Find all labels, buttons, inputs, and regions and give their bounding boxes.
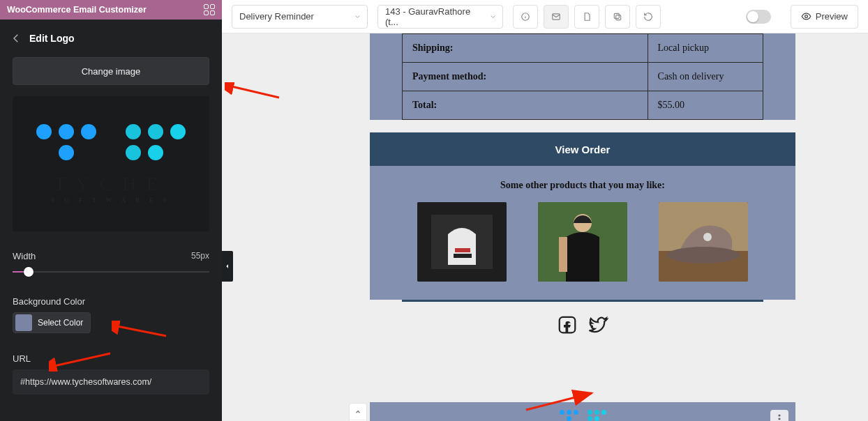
annotation-arrow — [225, 82, 280, 103]
bgcolor-label: Background Color — [13, 296, 85, 307]
view-order-button[interactable]: View Order — [370, 132, 795, 166]
logo-text: TYCHE — [36, 173, 186, 195]
recommended-products — [402, 202, 763, 300]
logo-preview: TYCHE S O F T W A R E S — [13, 96, 209, 231]
preview-label: Preview — [816, 11, 848, 22]
width-slider[interactable] — [13, 267, 209, 277]
sidebar-header: WooCommerce Email Customizer — [0, 0, 222, 20]
info-button[interactable] — [513, 5, 538, 29]
select-color-button[interactable]: Select Color — [13, 312, 91, 333]
sidebar: WooCommerce Email Customizer Edit Logo C… — [0, 0, 222, 421]
table-row: Shipping:Local pickup — [403, 34, 763, 63]
breadcrumb[interactable]: Edit Logo — [0, 20, 222, 57]
chevron-left-icon — [225, 263, 230, 270]
svg-point-16 — [703, 233, 712, 241]
summary-label: Shipping: — [403, 34, 648, 63]
product-thumb[interactable] — [659, 202, 748, 282]
summary-value: Local pickup — [648, 34, 763, 63]
social-row — [370, 302, 795, 349]
svg-rect-7 — [455, 248, 470, 252]
app-title: WooCommerce Email Customizer — [7, 5, 147, 15]
canvas: Shipping:Local pickup Payment method:Cas… — [222, 33, 868, 421]
block-more-button[interactable] — [770, 410, 788, 421]
row-move-up-button[interactable] — [350, 404, 366, 420]
document-view-button[interactable] — [574, 5, 599, 29]
svg-point-18 — [778, 414, 780, 416]
facebook-icon[interactable] — [557, 314, 578, 335]
table-row: Payment method:Cash on delivery — [403, 63, 763, 91]
summary-label: Payment method: — [403, 63, 648, 91]
template-select[interactable]: Delivery Reminder — [232, 5, 368, 29]
summary-label: Total: — [403, 91, 648, 120]
panel-body: Change image TYCHE S O F T W A R E S Wid… — [0, 57, 222, 407]
svg-rect-3 — [614, 13, 619, 18]
sidebar-collapse-handle[interactable] — [222, 251, 233, 282]
eye-icon — [801, 11, 811, 22]
crumb-title: Edit Logo — [29, 33, 75, 44]
email-footer[interactable]: TYCHE — [370, 402, 795, 421]
recommendations-title: Some other products that you may like: — [402, 166, 763, 202]
color-swatch — [15, 314, 32, 331]
more-vertical-icon — [778, 414, 781, 421]
select-color-label: Select Color — [38, 318, 83, 328]
order-select[interactable]: 143 - GauravRathore (t... — [377, 5, 503, 29]
product-thumb[interactable] — [538, 202, 627, 282]
footer-logo: TYCHE — [560, 410, 606, 422]
width-value: 55px — [191, 251, 209, 261]
svg-rect-2 — [616, 15, 621, 20]
width-field: Width 55px — [13, 251, 209, 277]
twitter-icon[interactable] — [588, 314, 608, 335]
table-row: Total:$55.00 — [403, 91, 763, 120]
order-select-value: 143 - GauravRathore (t... — [385, 6, 483, 27]
email-view-button[interactable] — [544, 5, 569, 29]
chevron-down-icon — [354, 13, 361, 20]
preview-button[interactable]: Preview — [791, 5, 858, 29]
svg-point-19 — [778, 418, 780, 420]
logo-subtext: S O F T W A R E S — [36, 197, 186, 204]
width-label: Width — [13, 251, 36, 261]
svg-rect-12 — [559, 237, 567, 272]
copy-button[interactable] — [605, 5, 630, 29]
svg-point-15 — [667, 247, 740, 263]
topbar: Delivery Reminder 143 - GauravRathore (t… — [222, 0, 868, 33]
svg-rect-8 — [454, 254, 472, 258]
url-input[interactable] — [13, 369, 209, 395]
summary-table: Shipping:Local pickup Payment method:Cas… — [402, 33, 763, 120]
url-label: URL — [13, 353, 31, 364]
row-controls — [349, 403, 367, 421]
url-field: URL — [13, 353, 209, 395]
dark-mode-toggle[interactable] — [746, 10, 771, 24]
template-select-value: Delivery Reminder — [239, 11, 314, 22]
product-thumb[interactable] — [417, 202, 507, 282]
summary-value: Cash on delivery — [648, 63, 763, 91]
reset-button[interactable] — [636, 5, 661, 29]
back-arrow-icon[interactable] — [10, 32, 22, 45]
device-group — [513, 5, 661, 29]
email-preview: Shipping:Local pickup Payment method:Cas… — [370, 33, 795, 349]
chevron-down-icon — [489, 13, 497, 20]
bgcolor-field: Background Color Select Color — [13, 296, 209, 334]
svg-point-4 — [805, 15, 807, 18]
apps-icon[interactable] — [204, 4, 215, 15]
change-image-button[interactable]: Change image — [13, 57, 209, 85]
summary-value: $55.00 — [648, 91, 763, 120]
